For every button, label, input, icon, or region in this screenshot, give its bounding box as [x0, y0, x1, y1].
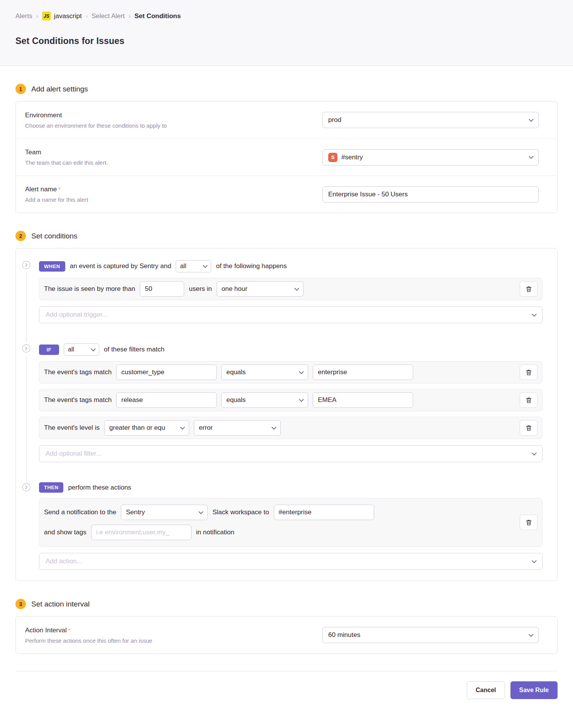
action-text-2: Slack workspace to	[212, 508, 269, 516]
chevron-down-icon	[203, 263, 208, 268]
chevron-down-icon	[299, 397, 304, 402]
level-value-select[interactable]: error	[194, 420, 281, 436]
action-interval-labels: Action Interval* Perform these actions o…	[25, 627, 152, 644]
breadcrumb-separator: ›	[129, 13, 131, 20]
when-gutter	[22, 258, 39, 342]
delete-filter-button[interactable]	[520, 365, 537, 380]
chevron-down-icon	[91, 346, 96, 351]
add-filter-dropdown[interactable]: Add optional filter...	[39, 445, 542, 462]
tag-value-input[interactable]	[313, 365, 413, 380]
breadcrumb-select-alert[interactable]: Select Alert	[92, 12, 125, 20]
workspace-value: Sentry	[126, 508, 145, 516]
breadcrumb-project[interactable]: JS javascript	[42, 12, 82, 20]
chevron-down-icon	[180, 425, 185, 430]
breadcrumb-project-label: javascript	[54, 12, 82, 20]
interval-select[interactable]: one hour	[217, 281, 303, 297]
section-action-interval-heading: 3 Set action interval	[15, 599, 558, 609]
chevron-down-icon	[532, 312, 537, 317]
environment-value: prod	[328, 116, 341, 124]
required-marker: *	[58, 186, 61, 193]
collapse-chevron-icon[interactable]	[22, 344, 31, 354]
cancel-button[interactable]: Cancel	[467, 681, 505, 699]
delete-filter-button[interactable]	[520, 420, 537, 436]
add-trigger-dropdown[interactable]: Add optional trigger...	[39, 306, 542, 323]
action-interval-value: 60 minutes	[328, 631, 360, 639]
action-interval-panel: Action Interval* Perform these actions o…	[15, 616, 558, 654]
alert-name-row: Alert name* Add a name for this alert	[16, 176, 557, 213]
breadcrumb-alerts[interactable]: Alerts	[15, 12, 32, 20]
trash-icon	[526, 286, 532, 292]
filter-row-level: The event's level is greater than or equ…	[39, 417, 542, 439]
tag-operator-select[interactable]: equals	[221, 365, 308, 380]
chevron-down-icon	[529, 632, 534, 637]
chevron-down-icon	[532, 558, 537, 563]
main-content: 1 Add alert settings Environment Choose …	[0, 84, 573, 715]
team-value: #sentry	[341, 154, 363, 161]
level-operator-select[interactable]: greater than or equ	[104, 420, 189, 436]
breadcrumb: Alerts › JS javascript › Select Alert › …	[15, 12, 558, 20]
team-row: Team The team that can edit this alert. …	[16, 139, 557, 176]
footer-actions: Cancel Save Rule	[15, 671, 558, 699]
if-match-value: all	[68, 346, 74, 353]
section-alert-settings-heading: 1 Add alert settings	[15, 84, 558, 94]
trigger-row: The issue is seen by more than users in …	[39, 278, 542, 300]
if-block: IF all of these filters match The event'…	[22, 342, 542, 481]
connector-dashed-line	[26, 356, 27, 481]
step-3-badge: 3	[15, 599, 26, 609]
action-interval-help: Perform these actions once this often fo…	[25, 637, 152, 644]
environment-select[interactable]: prod	[322, 112, 539, 128]
when-match-select[interactable]: all	[176, 260, 211, 272]
delete-action-button[interactable]	[520, 515, 537, 530]
add-action-dropdown[interactable]: Add action...	[39, 553, 542, 570]
breadcrumb-set-conditions: Set Conditions	[134, 12, 181, 20]
tag-operator-select[interactable]: equals	[221, 392, 308, 408]
save-rule-button[interactable]: Save Rule	[510, 681, 558, 699]
team-select[interactable]: S #sentry	[322, 149, 539, 166]
javascript-platform-icon: JS	[42, 12, 51, 20]
show-tags-input[interactable]	[91, 525, 192, 540]
tag-key-input[interactable]	[116, 392, 217, 408]
user-count-input[interactable]	[140, 281, 184, 297]
when-block: WHEN an event is captured by Sentry and …	[22, 258, 542, 342]
action-interval-select[interactable]: 60 minutes	[322, 627, 539, 643]
if-match-select[interactable]: all	[64, 343, 99, 356]
filter-row-tags-1: The event's tags match equals	[39, 361, 542, 383]
add-trigger-placeholder: Add optional trigger...	[46, 311, 108, 319]
workspace-select[interactable]: Sentry	[121, 505, 208, 520]
channel-input[interactable]	[274, 505, 374, 520]
chevron-down-icon	[299, 369, 304, 374]
if-sentence: IF all of these filters match	[39, 342, 542, 356]
then-sentence: THEN perform these actions	[39, 481, 542, 493]
trash-icon	[526, 397, 532, 404]
delete-trigger-button[interactable]	[520, 281, 537, 297]
level-value: error	[199, 424, 213, 432]
tag-key-input[interactable]	[116, 365, 217, 380]
alert-name-label: Alert name*	[25, 186, 88, 193]
section-title: Set conditions	[31, 232, 77, 240]
collapse-chevron-icon[interactable]	[22, 483, 31, 493]
team-avatar: S	[328, 153, 337, 162]
level-operator-value: greater than or equ	[109, 424, 165, 432]
collapse-chevron-icon[interactable]	[22, 261, 31, 271]
action-sentence: Send a notification to the Sentry Slack …	[44, 502, 374, 543]
filter-row-tags-2: The event's tags match equals	[39, 389, 542, 411]
alert-name-input[interactable]	[322, 186, 539, 203]
if-text-after: of these filters match	[104, 346, 164, 353]
tag-value-input[interactable]	[313, 392, 413, 408]
trigger-text-1: The issue is seen by more than	[44, 285, 135, 293]
then-text-after: perform these actions	[68, 484, 131, 492]
chevron-down-icon	[529, 154, 534, 159]
chevron-down-icon	[532, 451, 537, 456]
step-2-badge: 2	[15, 231, 26, 241]
add-action-placeholder: Add action...	[46, 557, 82, 565]
delete-filter-button[interactable]	[520, 392, 537, 408]
tag-operator-value: equals	[226, 368, 246, 376]
team-help: The team that can edit this alert.	[25, 159, 108, 166]
alert-settings-panel: Environment Choose an environment for th…	[15, 101, 558, 213]
action-text-4: in notification	[196, 529, 234, 536]
add-filter-placeholder: Add optional filter...	[46, 450, 102, 458]
action-text-1: Send a notification to the	[44, 508, 116, 516]
connector-dashed-line	[26, 273, 27, 342]
action-interval-label: Action Interval*	[25, 627, 152, 634]
when-text-before: an event is captured by Sentry and	[70, 262, 171, 270]
